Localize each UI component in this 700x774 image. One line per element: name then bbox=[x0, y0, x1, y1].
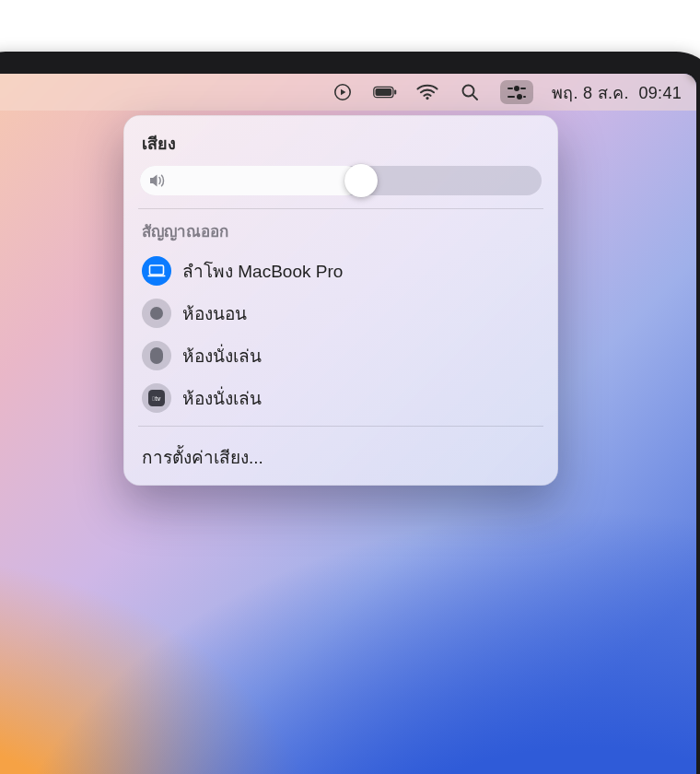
svg-line-6 bbox=[472, 95, 477, 100]
divider bbox=[138, 426, 543, 427]
svg-rect-7 bbox=[150, 265, 164, 275]
volume-slider-fill bbox=[140, 166, 361, 195]
laptop-bezel: พฤ. 8 ส.ค. 09:41 เสียง สั bbox=[0, 52, 700, 774]
output-section-label: สัญญาณออก bbox=[142, 218, 542, 243]
sound-panel-title: เสียง bbox=[142, 130, 542, 157]
svg-point-9 bbox=[150, 307, 163, 320]
spotlight-icon[interactable] bbox=[458, 80, 482, 104]
output-item[interactable]: tvห้องนั่งเล่น bbox=[140, 380, 542, 416]
now-playing-icon[interactable] bbox=[331, 80, 355, 104]
output-item-label: ห้องนั่งเล่น bbox=[182, 342, 262, 369]
divider bbox=[138, 208, 543, 209]
volume-slider-thumb[interactable] bbox=[344, 164, 378, 197]
battery-icon[interactable] bbox=[373, 80, 397, 104]
homepod-mini-icon bbox=[142, 299, 171, 328]
sound-panel: เสียง สัญญาณออก ลำโพง MacBook Proห้องนอน… bbox=[123, 115, 558, 486]
output-item[interactable]: ห้องนั่งเล่น bbox=[140, 337, 542, 374]
menubar-datetime[interactable]: พฤ. 8 ส.ค. 09:41 bbox=[552, 79, 682, 106]
svg-point-4 bbox=[426, 97, 428, 100]
output-list: ลำโพง MacBook Proห้องนอนห้องนั่งเล่นtvห… bbox=[140, 252, 542, 416]
output-item[interactable]: ห้องนอน bbox=[140, 295, 542, 332]
svg-rect-3 bbox=[375, 88, 391, 96]
svg-rect-10 bbox=[150, 347, 163, 364]
control-center-icon[interactable] bbox=[500, 80, 533, 104]
laptop-icon bbox=[142, 256, 171, 286]
screen: พฤ. 8 ส.ค. 09:41 เสียง สั bbox=[0, 74, 696, 774]
svg-rect-2 bbox=[394, 90, 396, 95]
output-item-label: ห้องนั่งเล่น bbox=[182, 384, 262, 412]
svg-rect-8 bbox=[148, 276, 166, 277]
menubar-date: พฤ. 8 ส.ค. bbox=[552, 84, 629, 102]
volume-icon bbox=[149, 173, 168, 188]
output-item-label: ห้องนอน bbox=[182, 299, 247, 327]
sound-settings-link[interactable]: การตั้งค่าเสียง... bbox=[140, 436, 542, 475]
svg-text:tv: tv bbox=[153, 395, 161, 402]
volume-slider[interactable] bbox=[140, 166, 542, 195]
appletv-icon: tv bbox=[142, 383, 171, 413]
output-item[interactable]: ลำโพง MacBook Pro bbox=[140, 252, 542, 289]
wifi-icon[interactable] bbox=[415, 80, 439, 104]
menubar-time: 09:41 bbox=[638, 84, 682, 102]
homepod-icon bbox=[142, 341, 171, 370]
output-item-label: ลำโพง MacBook Pro bbox=[182, 257, 343, 285]
menubar: พฤ. 8 ส.ค. 09:41 bbox=[0, 74, 696, 111]
